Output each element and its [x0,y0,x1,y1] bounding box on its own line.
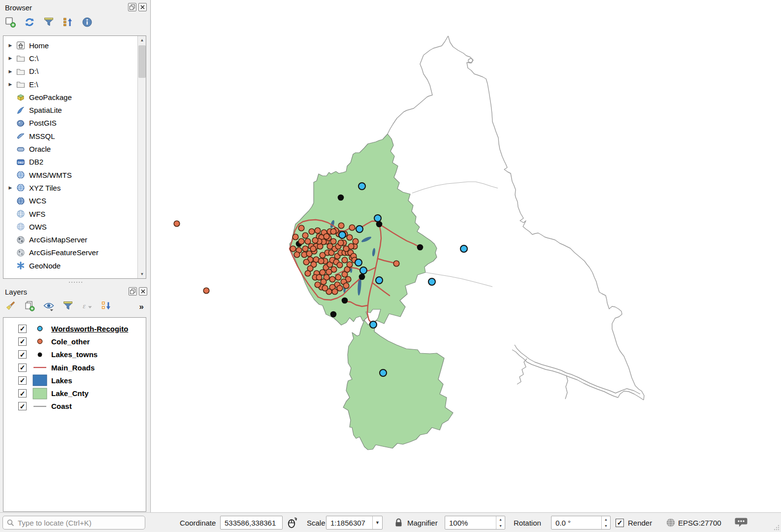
browser-filter-browser-button[interactable] [42,17,55,30]
resize-grip[interactable] [774,525,780,531]
messages-button[interactable] [735,513,748,532]
layer-item-wordsworth-recogito[interactable]: ✓Wordsworth-Recogito [4,322,146,335]
browser-item-label: WCS [29,197,46,205]
browser-item-wms-wmts[interactable]: WMS/WMTS [5,168,146,181]
browser-properties-button[interactable] [81,17,94,30]
browser-item-geonode[interactable]: GeoNode [5,259,146,272]
browser-item-arcgismapserver[interactable]: ArcGisMapServer [5,233,146,246]
scale-label: Scale [307,513,325,532]
layer-checkbox[interactable]: ✓ [18,350,27,359]
globe-wfs-icon [15,209,26,218]
browser-item-d[interactable]: ▶D:\ [5,65,146,78]
layer-checkbox[interactable]: ✓ [18,364,27,372]
rotation-spinbox[interactable]: 0.0 ° ▲▼ [551,516,611,530]
cole-other-point [298,238,304,244]
layers-layer-styling-button[interactable] [4,300,17,313]
browser-item-postgis[interactable]: PostGIS [5,117,146,130]
spin-up-icon[interactable]: ▲ [602,516,610,523]
globe-wcs-icon [15,197,26,205]
browser-item-label: WFS [29,210,45,218]
layer-checkbox[interactable]: ✓ [18,389,27,398]
map-canvas[interactable] [151,0,781,512]
chevron-down-icon[interactable]: ▼ [372,516,382,529]
cole-other-point [335,274,341,280]
layers-filter-legend-button[interactable] [62,300,74,313]
scroll-thumb[interactable] [138,45,146,78]
layer-label: Cole_other [51,337,90,346]
browser-item-c[interactable]: ▶C:\ [5,52,146,65]
browser-item-e[interactable]: ▶E:\ [5,78,146,91]
browser-item-home[interactable]: ▶Home [5,39,146,52]
browser-item-label: MSSQL [29,132,55,140]
spin-up-icon[interactable]: ▲ [496,516,505,523]
geopackage-icon [15,93,26,101]
layer-checkbox[interactable]: ✓ [18,402,27,410]
browser-item-arcgisfeatureserver[interactable]: ArcGisFeatureServer [5,246,146,259]
float-icon [130,288,136,295]
layer-label: Lake_Cnty [51,389,89,398]
browser-scrollbar[interactable]: ▲ ▼ [137,36,146,278]
browser-float-button[interactable] [128,3,136,11]
layer-item-lake-cnty[interactable]: ✓Lake_Cnty [4,387,146,399]
coast-line [512,350,644,400]
scale-combobox[interactable]: 1:1856307 ▼ [326,516,383,530]
layers-filter-expression-button[interactable]: ε [81,300,94,313]
browser-add-layer-button[interactable] [4,17,17,30]
expand-arrow-icon[interactable]: ▶ [5,185,15,190]
browser-item-oracle[interactable]: Oracle [5,142,146,155]
layer-item-coast[interactable]: ✓Coast [4,400,146,413]
close-icon [140,4,145,10]
layer-item-lakes[interactable]: ✓Lakes [4,374,146,387]
cole-other-point [343,283,349,289]
layer-checkbox[interactable]: ✓ [18,376,27,385]
cole-other-point [293,234,298,240]
layers-expand-collapse-button[interactable] [100,300,113,313]
layer-item-cole-other[interactable]: ✓Cole_other [4,335,146,348]
layers-toolbar-overflow-button[interactable]: » [139,302,144,312]
layers-float-button[interactable] [129,287,137,296]
coordinate-input[interactable]: 533586,338361 [220,516,283,530]
panel-splitter[interactable] [0,280,151,284]
spin-down-icon[interactable]: ▼ [496,523,505,529]
browser-item-wcs[interactable]: WCS [5,195,146,207]
layer-checkbox[interactable]: ✓ [18,337,27,346]
scroll-up-icon[interactable]: ▲ [138,36,146,44]
browser-item-mssql[interactable]: MSSQL [5,130,146,142]
locate-input[interactable] [18,519,131,527]
locate-box[interactable] [2,516,145,530]
spin-down-icon[interactable]: ▼ [602,523,610,529]
magnifier-spinbox[interactable]: 100% ▲▼ [445,516,505,530]
expand-arrow-icon[interactable]: ▶ [5,43,15,48]
layer-checkbox[interactable]: ✓ [18,325,27,333]
layers-close-button[interactable] [139,287,147,296]
browser-item-spatialite[interactable]: SpatiaLite [5,103,146,116]
cole-other-point [330,229,336,234]
browser-item-geopackage[interactable]: GeoPackage [5,91,146,103]
browser-item-db2[interactable]: DB2DB2 [5,156,146,168]
extents-toggle-button[interactable] [287,513,298,532]
coast-line [517,359,527,384]
crs-button[interactable] [666,513,676,532]
expand-arrow-icon[interactable]: ▶ [5,69,15,74]
layers-add-group-button[interactable] [23,300,36,313]
expand-arrow-icon[interactable]: ▶ [5,82,15,87]
spatialite-icon [15,106,26,115]
filter-expression-icon: ε [81,300,93,314]
browser-refresh-button[interactable] [23,17,36,30]
render-checkbox[interactable]: ✓ [616,519,624,527]
browser-close-button[interactable] [138,3,147,11]
browser-item-ows[interactable]: OWS [5,220,146,233]
scroll-down-icon[interactable]: ▼ [138,270,146,278]
browser-item-wfs[interactable]: WFS [5,207,146,220]
layers-map-themes-button[interactable] [42,300,55,313]
expand-arrow-icon[interactable]: ▶ [5,56,15,61]
browser-collapse-all-button[interactable] [62,17,74,30]
browser-item-label: SpatiaLite [29,106,62,114]
browser-item-xyz-tiles[interactable]: ▶XYZ Tiles [5,181,146,194]
map-svg [151,0,781,512]
layer-item-main-roads[interactable]: ✓Main_Roads [4,361,146,374]
coast-line [448,36,644,400]
layer-item-lakes-towns[interactable]: ✓Lakes_towns [4,348,146,361]
layer-symbol-rect [33,388,47,399]
scale-lock-button[interactable] [394,513,403,532]
